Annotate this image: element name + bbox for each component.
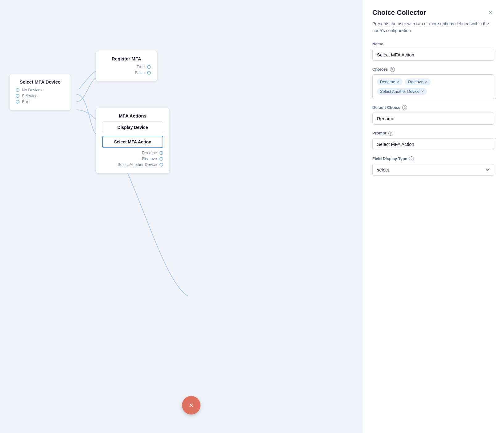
output-no-devices: No Devices	[16, 88, 64, 92]
connections-svg	[0, 0, 362, 433]
output-true: True	[102, 64, 151, 69]
field-display-help-icon[interactable]: ?	[409, 156, 414, 161]
default-choice-input[interactable]	[372, 113, 494, 125]
name-label: Name	[372, 42, 494, 46]
field-display-label: Field Display Type ?	[372, 156, 494, 161]
choices-help-icon[interactable]: ?	[390, 67, 395, 72]
node-mfa-actions-title: MFA Actions	[102, 113, 163, 118]
right-panel: Choice Collector × Presents the user wit…	[362, 0, 504, 433]
choice-tag-select-another: Select Another Device ×	[377, 88, 427, 95]
output-error: Error	[16, 99, 64, 104]
default-choice-label: Default Choice ?	[372, 105, 494, 110]
output-remove: Remove	[102, 156, 163, 161]
dot-true	[147, 65, 151, 69]
canvas-area: Select MFA Device No Devices Selected Er…	[0, 0, 362, 433]
panel-title: Choice Collector	[372, 9, 426, 17]
choices-row-2: Select Another Device ×	[377, 88, 490, 95]
fab-button[interactable]: ×	[182, 396, 200, 414]
dot-selected	[16, 94, 19, 98]
remove-select-another-tag[interactable]: ×	[421, 89, 424, 93]
remove-rename-tag[interactable]: ×	[397, 80, 399, 84]
panel-description: Presents the user with two or more optio…	[372, 20, 494, 34]
close-button[interactable]: ×	[487, 9, 494, 16]
prompt-label: Prompt ?	[372, 131, 494, 136]
output-select-another: Select Another Device	[102, 162, 163, 167]
output-rename: Rename	[102, 151, 163, 155]
choices-box: Rename × Remove × Select Another Device …	[372, 74, 494, 99]
inner-display-device[interactable]: Display Device	[102, 122, 163, 133]
dot-select-another	[159, 163, 163, 167]
dot-remove	[159, 157, 163, 161]
field-display-select[interactable]: select radio buttons	[372, 164, 494, 176]
choices-label: Choices ?	[372, 67, 494, 72]
inner-select-mfa-action[interactable]: Select MFA Action	[102, 136, 163, 148]
remove-remove-tag[interactable]: ×	[425, 80, 428, 84]
output-selected: Selected	[16, 93, 64, 98]
dot-rename	[159, 151, 163, 155]
node-mfa-actions[interactable]: MFA Actions Display Device Select MFA Ac…	[96, 108, 170, 173]
default-choice-help-icon[interactable]: ?	[402, 105, 407, 110]
choices-row-1: Rename × Remove ×	[377, 78, 490, 85]
choice-tag-rename: Rename ×	[377, 78, 403, 85]
choice-tag-remove: Remove ×	[405, 78, 431, 85]
dot-error	[16, 100, 19, 104]
node-select-mfa-device[interactable]: Select MFA Device No Devices Selected Er…	[9, 74, 71, 110]
dot-false	[147, 71, 151, 75]
panel-header: Choice Collector ×	[372, 9, 494, 17]
name-input[interactable]	[372, 49, 494, 61]
node-register-mfa[interactable]: Register MFA True False	[96, 51, 157, 81]
node-register-mfa-title: Register MFA	[102, 56, 151, 61]
node-select-mfa-device-title: Select MFA Device	[16, 79, 64, 85]
output-false: False	[102, 70, 151, 75]
dot-no-devices	[16, 88, 19, 92]
prompt-help-icon[interactable]: ?	[388, 131, 393, 136]
prompt-input[interactable]	[372, 138, 494, 150]
